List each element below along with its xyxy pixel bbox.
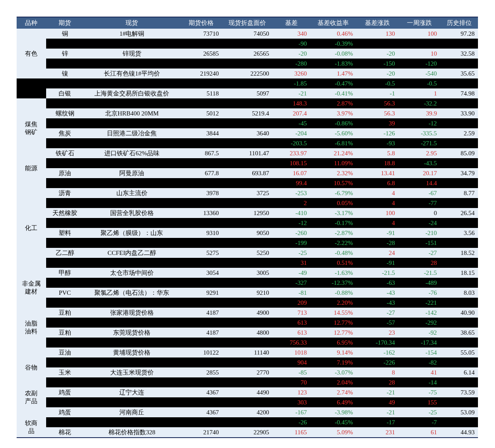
week-cell: -489 — [398, 278, 440, 288]
rank-cell — [440, 178, 478, 188]
yield-cell: -0.86% — [310, 118, 356, 128]
basis-cell: -85 — [273, 367, 310, 377]
yield-cell: -1.83% — [310, 59, 356, 69]
change-cell: -27 — [356, 308, 398, 318]
basis-cell: -49 — [273, 268, 310, 278]
week-cell: -221 — [398, 298, 440, 308]
futures-price-cell — [180, 98, 222, 108]
basis-cell: 148.3 — [273, 98, 310, 108]
table-row: 油脂油料2092.20%-43-221 — [17, 298, 478, 308]
futures-price-cell: 13360 — [180, 208, 222, 218]
rank-cell — [440, 357, 478, 367]
basis-cell: -203.5 — [273, 138, 310, 148]
basis-cell: 123 — [273, 387, 310, 397]
rank-cell: 53.09 — [440, 407, 478, 417]
futures-cell: 天然橡胶 — [46, 208, 84, 218]
change-cell: -43 — [356, 298, 398, 308]
spot-price-cell — [222, 377, 272, 387]
week-cell: -82 — [398, 357, 440, 367]
futures-price-cell — [180, 158, 222, 168]
category-cell: 农副产品 — [17, 377, 46, 417]
change-cell: -17 — [356, 417, 398, 427]
week-cell: -210 — [398, 228, 440, 238]
yield-cell: 7.19% — [310, 357, 356, 367]
rank-cell — [440, 98, 478, 108]
change-cell: -226 — [356, 357, 398, 367]
spot-price-cell — [222, 338, 272, 348]
rank-cell — [440, 318, 478, 328]
week-cell: -151 — [398, 238, 440, 248]
week-cell: 28 — [398, 258, 440, 268]
spot-price-cell: 9050 — [222, 228, 272, 238]
spot-price-cell — [222, 178, 272, 188]
rank-cell — [440, 158, 478, 168]
week-cell: -75 — [398, 387, 440, 397]
basis-cell: -1.85 — [273, 78, 310, 88]
futures-cell: 沥青 — [46, 188, 84, 198]
basis-cell: 99.4 — [273, 178, 310, 188]
futures-price-cell: 867.5 — [180, 148, 222, 158]
table-row: 3036.49%49155 — [17, 397, 478, 407]
yield-cell: 2.87% — [310, 98, 356, 108]
spot-cell: 上海黄金交易所白银收盘价 — [84, 88, 180, 98]
table-row: 软商品-26-0.45%-17-7 — [17, 417, 478, 427]
spot-cell — [84, 198, 180, 208]
rank-cell: 34.79 — [440, 168, 478, 178]
week-cell: -25 — [398, 407, 440, 417]
yield-cell: -3.17% — [310, 208, 356, 218]
futures-price-cell: 10122 — [180, 348, 222, 357]
week-cell — [398, 39, 440, 49]
yield-cell: 2.32% — [310, 168, 356, 178]
rank-cell — [440, 377, 478, 387]
table-row: 白银上海黄金交易所白银收盘价51185097-21-0.41%-1174.98 — [17, 88, 478, 98]
table-row: 310.51%-9128 — [17, 258, 478, 268]
rank-cell: 33.90 — [440, 108, 478, 118]
week-cell: -77 — [398, 198, 440, 208]
yield-cell: 2.74% — [310, 387, 356, 397]
week-cell: -27 — [398, 248, 440, 258]
table-row: 煤焦钢矿148.32.87%56.3-32.2 — [17, 98, 478, 108]
spot-cell: 日照港二级冶金焦 — [84, 128, 180, 138]
basis-cell: 756.33 — [273, 338, 310, 348]
change-cell: -43 — [356, 288, 398, 298]
table-row: 甲醇太仓市场中间价30543005-49-1.63%-21.5-21.518.1… — [17, 268, 478, 278]
spot-cell — [84, 78, 180, 88]
spot-price-cell: 1101.47 — [222, 148, 272, 158]
futures-price-cell — [180, 238, 222, 248]
change-cell: 56.3 — [356, 108, 398, 118]
futures-cell: 白银 — [46, 88, 84, 98]
rank-cell — [440, 218, 478, 228]
week-cell: -43.5 — [398, 158, 440, 168]
week-cell: 100 — [398, 29, 440, 39]
futures-price-cell — [180, 278, 222, 288]
change-cell: -28 — [356, 238, 398, 248]
yield-cell: -0.88% — [310, 288, 356, 298]
spot-cell — [84, 338, 180, 348]
futures-cell: 豆粕 — [46, 328, 84, 338]
rank-cell: 35.65 — [440, 69, 478, 78]
week-cell: -17.34 — [398, 338, 440, 348]
table-row: 非金属建材-327-12.37%-63-489 — [17, 278, 478, 288]
futures-price-cell: 21740 — [180, 427, 222, 437]
table-row: -1.85-0.47%-0.5-0.5 — [17, 78, 478, 88]
spot-price-cell — [222, 138, 272, 148]
basis-cell: 207.4 — [273, 108, 310, 118]
basis-cell: -280 — [273, 59, 310, 69]
spot-cell: 长江有色镍1#平均价 — [84, 69, 180, 78]
table-row: 农副产品702.04%28-14 — [17, 377, 478, 387]
change-cell: 18.8 — [356, 158, 398, 168]
change-cell: 6.8 — [356, 178, 398, 188]
rank-cell — [440, 338, 478, 348]
futures-price-cell: 5118 — [180, 88, 222, 98]
basis-cell: 1165 — [273, 427, 310, 437]
basis-cell: 613 — [273, 328, 310, 338]
spot-cell — [84, 39, 180, 49]
spot-cell: 北京HRB400 20MM — [84, 108, 180, 118]
spot-price-cell: 5250 — [222, 248, 272, 258]
basis-cell: 613 — [273, 318, 310, 328]
futures-price-cell: 4367 — [180, 407, 222, 417]
futures-price-cell: 3844 — [180, 128, 222, 138]
spot-price-cell: 222500 — [222, 69, 272, 78]
week-cell: 14.4 — [398, 178, 440, 188]
yield-cell: 0.46% — [310, 29, 356, 39]
